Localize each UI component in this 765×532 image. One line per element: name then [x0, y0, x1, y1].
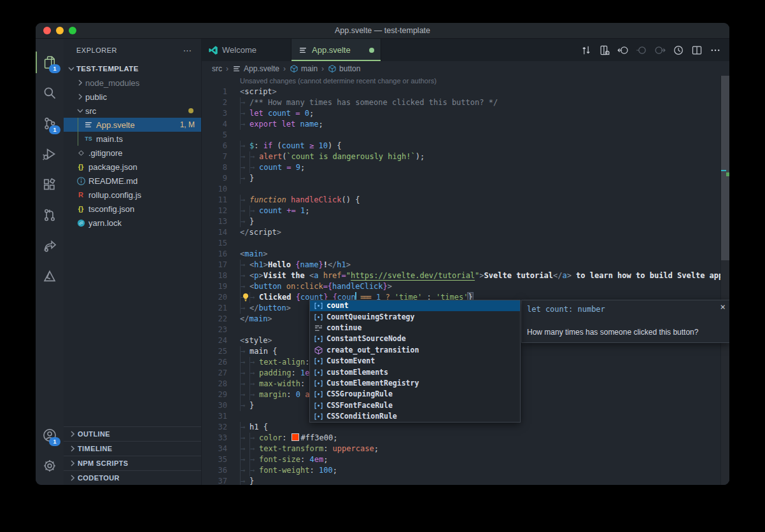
breadcrumb-item-main[interactable]: main	[290, 64, 318, 73]
breadcrumb-item-src[interactable]: src	[212, 64, 222, 73]
code-line[interactable]: 32→h1 {	[202, 422, 729, 433]
github-pull-requests-icon	[43, 208, 57, 222]
tree-item-src[interactable]: src	[64, 104, 201, 118]
suggest-item-countqueuingstrategy[interactable]: CountQueuingStrategy	[310, 311, 520, 322]
tree-item-main-ts[interactable]: TSmain.ts	[64, 132, 201, 146]
tab-welcome[interactable]: Welcome	[202, 39, 291, 61]
activity-item-search[interactable]	[36, 78, 64, 108]
code-line[interactable]: 10	[202, 184, 729, 195]
code-line[interactable]: 7→→alert(`count is dangerously high!`);	[202, 151, 729, 162]
code-line[interactable]: 8→→count = 9;	[202, 162, 729, 173]
section-timeline[interactable]: TIMELINE	[64, 441, 201, 456]
close-icon[interactable]: ×	[720, 302, 726, 312]
tree-item-readme-md[interactable]: README.md	[64, 174, 201, 188]
code-line[interactable]: 4→export let name;	[202, 119, 729, 130]
code-line[interactable]: 5	[202, 130, 729, 141]
suggest-item-count[interactable]: count	[310, 300, 520, 311]
tree-item-yarn-lock[interactable]: yarn.lock	[64, 216, 201, 230]
code-line[interactable]: 17→<h1>Hello {name}!</h1>	[202, 260, 729, 270]
chevron-down-icon	[75, 106, 85, 116]
activity-item-accounts[interactable]: 1	[36, 420, 64, 451]
code-line[interactable]: 12→→count += 1;	[202, 206, 729, 216]
code-line[interactable]: 9→}	[202, 173, 729, 184]
tree-item--gitignore[interactable]: .gitignore	[64, 146, 201, 160]
code-line[interactable]: 35→→font-size: 4em;	[202, 454, 729, 465]
activity-item-source-control[interactable]: 1	[36, 108, 64, 139]
activity-item-extensions[interactable]	[36, 169, 64, 200]
previous-change-icon[interactable]	[615, 43, 631, 58]
code-line-content: →}	[227, 476, 254, 485]
code-line[interactable]: 18→<p>Visit the <a href="https://svelte.…	[202, 270, 729, 281]
code-line-content: <style>	[227, 335, 272, 346]
suggest-item-cssgroupingrule[interactable]: CSSGroupingRule	[310, 389, 520, 400]
code-token	[318, 271, 323, 280]
code-line[interactable]: 34→→text-transform: uppercase;	[202, 444, 729, 454]
breadcrumb-item-app-svelte[interactable]: App.svelte	[232, 64, 279, 73]
tree-item-node-modules[interactable]: node_modules	[64, 76, 201, 90]
scrollbar-track[interactable]	[720, 76, 729, 485]
suggest-item-cssfontfacerule[interactable]: CSSFontFaceRule	[310, 400, 520, 411]
code-line[interactable]: 2→/** How many times has someone clicked…	[202, 97, 729, 108]
sidebar-more-icon[interactable]: ⋯	[183, 45, 193, 55]
code-line[interactable]: 33→→color: #ff3e00;	[202, 433, 729, 444]
tree-item-public[interactable]: public	[64, 90, 201, 104]
more-actions-icon[interactable]	[708, 43, 723, 58]
activity-item-github-pull-requests[interactable]	[36, 200, 64, 230]
code-line[interactable]: 6→$: if (count ≥ 10) {	[202, 141, 729, 151]
section-outline[interactable]: OUTLINE	[64, 426, 201, 441]
activity-item-explorer[interactable]: 1	[36, 47, 64, 78]
split-editor-icon[interactable]	[689, 43, 705, 58]
lightbulb-icon[interactable]	[241, 293, 250, 302]
code-line[interactable]: 1<script>	[202, 87, 729, 97]
section-codetour[interactable]: CODETOUR	[64, 470, 201, 485]
suggest-item-cssconditionrule[interactable]: CSSConditionRule	[310, 411, 520, 422]
code-line[interactable]: 19→<button on:click={handleClick}>	[202, 281, 729, 292]
suggest-item-create_out_transition[interactable]: create_out_transition	[310, 345, 520, 356]
code-token: a	[562, 271, 566, 280]
git-compare-icon[interactable]	[579, 43, 594, 58]
breadcrumb-item-button[interactable]: button	[328, 64, 360, 73]
suggest-item-label: count	[326, 300, 349, 311]
tree-item-app-svelte[interactable]: App.svelte1, M	[64, 118, 201, 132]
section-npm-scripts[interactable]: NPM SCRIPTS	[64, 456, 201, 470]
code-line[interactable]: 3→let count = 0;	[202, 108, 729, 119]
code-line[interactable]: 13→}	[202, 216, 729, 227]
timeline-icon[interactable]	[671, 43, 686, 58]
line-number: 4	[202, 119, 227, 130]
code-token: `count is dangerously high!`	[286, 152, 415, 161]
code-line[interactable]: 15	[202, 238, 729, 249]
tab-app-svelte[interactable]: App.svelte	[291, 39, 381, 61]
suggest-item-constantsourcenode[interactable]: ConstantSourceNode	[310, 333, 520, 344]
code-line[interactable]: 36→→font-weight: 100;	[202, 465, 729, 476]
tree-item-tsconfig-json[interactable]: {}tsconfig.json	[64, 202, 201, 216]
tree-item-rollup-config-js[interactable]: Rrollup.config.js	[64, 188, 201, 202]
badge: 1	[49, 437, 60, 446]
file-history-icon[interactable]	[597, 43, 612, 58]
suggest-item-customevent[interactable]: CustomEvent	[310, 356, 520, 367]
activity-item-run-debug[interactable]	[36, 139, 64, 169]
code-token: button	[258, 304, 286, 312]
suggest-item-continue[interactable]: continue	[310, 323, 520, 333]
tree-item-package-json[interactable]: {}package.json	[64, 160, 201, 174]
activity-item-settings[interactable]	[36, 451, 64, 481]
symbol-variable-icon	[312, 368, 324, 377]
line-number: 20	[202, 292, 227, 303]
code-line[interactable]: 37→}	[202, 476, 729, 485]
activity-item-azure[interactable]	[36, 261, 64, 291]
indent-guide: →	[240, 379, 249, 389]
code-line[interactable]: 14</script>	[202, 227, 729, 238]
line-number: 28	[202, 379, 227, 389]
activity-item-live-share[interactable]	[36, 230, 64, 261]
code-editor[interactable]: Unsaved changes (cannot determine recent…	[202, 76, 729, 485]
symbol-variable-icon	[312, 334, 324, 344]
suggest-item-customelementregistry[interactable]: CustomElementRegistry	[310, 378, 520, 389]
scrollbar-thumb[interactable]	[721, 76, 729, 260]
code-line[interactable]: 11→function handleClick() {	[202, 195, 729, 206]
code-line[interactable]: 16<main>	[202, 249, 729, 260]
line-number: 8	[202, 162, 227, 173]
code-token	[296, 206, 300, 215]
tree-item-test-template[interactable]: TEST-TEMPLATE	[64, 62, 201, 76]
breadcrumb-label: src	[212, 64, 222, 73]
suggest-item-customelements[interactable]: customElements	[310, 367, 520, 377]
code-token: );	[416, 152, 425, 161]
